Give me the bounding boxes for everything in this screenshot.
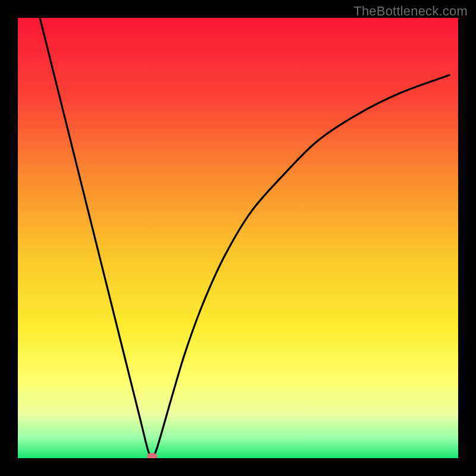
- plot-area: [18, 18, 458, 458]
- watermark-text: TheBottleneck.com: [353, 4, 468, 19]
- chart-frame: TheBottleneck.com: [0, 0, 476, 476]
- bottleneck-curve: [18, 18, 458, 458]
